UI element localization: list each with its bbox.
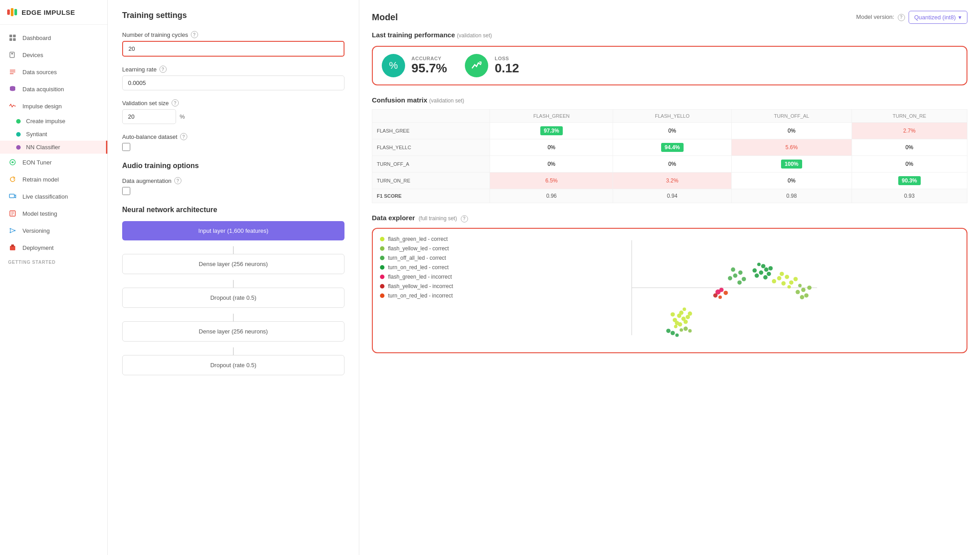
sidebar-subitem-nn-classifier[interactable]: NN Classifier bbox=[0, 141, 107, 154]
svg-line-22 bbox=[11, 231, 15, 233]
confusion-cell-0-0: 97.3% bbox=[490, 123, 613, 139]
legend-item-2: turn_off_all_led - correct bbox=[380, 255, 461, 261]
legend-dot-6 bbox=[380, 293, 384, 298]
legend-dot-1 bbox=[380, 246, 384, 251]
help-icon-learning-rate[interactable]: ? bbox=[159, 66, 167, 73]
svg-point-44 bbox=[752, 268, 757, 273]
confusion-header-empty bbox=[372, 110, 490, 123]
nn-dense1-layer-block: Dense layer (256 neurons) bbox=[122, 254, 344, 274]
confusion-matrix-table: FLASH_GREEN FLASH_YELLO TURN_OFF_AL TURN… bbox=[372, 109, 967, 203]
svg-rect-1 bbox=[13, 35, 16, 37]
confusion-row-label-1: FLASH_YELLC bbox=[372, 139, 490, 156]
nn-dense2-layer[interactable]: Dense layer (256 neurons) bbox=[122, 321, 344, 342]
confusion-row-0: FLASH_GREE 97.3% 0% 0% 2.7% bbox=[372, 123, 967, 139]
sidebar-item-impulse-design[interactable]: Impulse design bbox=[0, 98, 107, 115]
nn-separator-3: | bbox=[122, 312, 344, 321]
eon-icon bbox=[8, 158, 17, 167]
nn-input-layer[interactable]: Input layer (1,600 features) bbox=[122, 221, 344, 240]
nn-dropout1-layer[interactable]: Dropout (rate 0.5) bbox=[122, 288, 344, 308]
confusion-row-2: TURN_OFF_A 0% 0% 100% 0% bbox=[372, 156, 967, 173]
sidebar-item-devices[interactable]: Devices bbox=[0, 46, 107, 63]
confusion-col-turn-off: TURN_OFF_AL bbox=[732, 110, 852, 123]
svg-point-74 bbox=[724, 290, 728, 295]
legend-item-1: flash_yellow_led - correct bbox=[380, 245, 461, 252]
sidebar-subitem-label-nn-classifier: NN Classifier bbox=[26, 144, 60, 151]
sidebar-item-live-classification[interactable]: Live classification bbox=[0, 188, 107, 205]
svg-point-67 bbox=[798, 284, 802, 287]
help-icon-validation-size[interactable]: ? bbox=[172, 99, 179, 107]
sidebar-subitem-create-impulse[interactable]: Create impulse bbox=[0, 115, 107, 128]
confusion-cell-1-2: 5.6% bbox=[732, 139, 852, 156]
svg-point-59 bbox=[742, 277, 746, 281]
live-icon bbox=[8, 192, 17, 201]
checkbox-data-augmentation[interactable] bbox=[122, 187, 130, 195]
svg-point-35 bbox=[688, 311, 692, 316]
help-icon-data-augmentation[interactable]: ? bbox=[174, 177, 181, 184]
help-icon-data-explorer[interactable]: ? bbox=[461, 215, 468, 222]
svg-point-53 bbox=[780, 271, 784, 276]
svg-rect-24 bbox=[11, 244, 14, 247]
logo-bar-red bbox=[7, 9, 10, 15]
sidebar-item-eon-tuner[interactable]: EON Tuner bbox=[0, 154, 107, 171]
svg-point-77 bbox=[675, 333, 679, 337]
input-validation-size[interactable] bbox=[122, 109, 176, 124]
sidebar-item-versioning[interactable]: Versioning bbox=[0, 222, 107, 239]
logo-bar-green bbox=[14, 9, 17, 15]
confusion-row-label-f1: F1 SCORE bbox=[372, 189, 490, 203]
confusion-col-flash-green: FLASH_GREEN bbox=[490, 110, 613, 123]
confusion-cell-2-3: 0% bbox=[852, 156, 967, 173]
sidebar-item-data-sources[interactable]: Data sources bbox=[0, 63, 107, 80]
sidebar-item-retrain-model[interactable]: Retrain model bbox=[0, 171, 107, 188]
sidebar-item-data-acquisition[interactable]: Data acquisition bbox=[0, 80, 107, 98]
help-icon-model-version[interactable]: ? bbox=[898, 14, 905, 21]
input-learning-rate[interactable] bbox=[122, 75, 344, 90]
confusion-row-f1: F1 SCORE 0.96 0.94 0.98 0.93 bbox=[372, 189, 967, 203]
svg-point-49 bbox=[777, 276, 781, 280]
help-icon-auto-balance[interactable]: ? bbox=[180, 133, 187, 140]
checkbox-auto-balance[interactable] bbox=[122, 143, 130, 151]
form-group-learning-rate: Learning rate ? bbox=[122, 66, 344, 90]
confusion-col-turn-on: TURN_ON_RE bbox=[852, 110, 967, 123]
sidebar-item-dashboard[interactable]: Dashboard bbox=[0, 29, 107, 46]
svg-point-73 bbox=[713, 293, 718, 297]
audio-options-title: Audio training options bbox=[122, 162, 344, 170]
svg-point-76 bbox=[671, 331, 675, 335]
svg-point-38 bbox=[674, 324, 678, 328]
label-data-augmentation: Data augmentation ? bbox=[122, 177, 344, 184]
svg-point-62 bbox=[795, 290, 800, 294]
nn-dense2-layer-block: Dense layer (256 neurons) bbox=[122, 321, 344, 342]
svg-point-64 bbox=[804, 293, 809, 297]
svg-point-78 bbox=[666, 329, 671, 333]
impulse-icon bbox=[8, 102, 17, 111]
svg-point-72 bbox=[719, 288, 724, 292]
nn-classifier-dot bbox=[16, 145, 21, 150]
main-content: Training settings Number of training cyc… bbox=[108, 0, 980, 555]
svg-point-34 bbox=[671, 312, 675, 316]
confusion-cell-f1-0: 0.96 bbox=[490, 189, 613, 203]
confusion-cell-1-1: 94.4% bbox=[613, 139, 732, 156]
sidebar-item-model-testing[interactable]: Model testing bbox=[0, 205, 107, 222]
confusion-cell-2-0: 0% bbox=[490, 156, 613, 173]
metric-accuracy: % ACCURACY 95.7% bbox=[382, 54, 447, 77]
nn-dense1-layer[interactable]: Dense layer (256 neurons) bbox=[122, 254, 344, 274]
confusion-row-label-3: TURN_ON_RE bbox=[372, 173, 490, 189]
results-panel: Model Model version: ? Quantized (int8) … bbox=[359, 0, 980, 555]
form-group-data-augmentation: Data augmentation ? bbox=[122, 177, 344, 195]
svg-point-39 bbox=[759, 270, 764, 275]
nn-dropout1-layer-block: Dropout (rate 0.5) bbox=[122, 288, 344, 308]
metric-loss: LOSS 0.12 bbox=[465, 54, 519, 77]
model-version-button[interactable]: Quantized (int8) ▾ bbox=[909, 11, 968, 24]
sidebar-item-label-live-classification: Live classification bbox=[22, 193, 68, 200]
svg-point-36 bbox=[678, 322, 682, 327]
label-validation-size: Validation set size ? bbox=[122, 99, 344, 107]
svg-point-65 bbox=[807, 285, 812, 290]
svg-point-55 bbox=[787, 285, 791, 289]
help-icon-cycles[interactable]: ? bbox=[191, 31, 198, 38]
sidebar-subitem-syntiant[interactable]: Syntiant bbox=[0, 128, 107, 141]
sidebar-item-deployment[interactable]: Deployment bbox=[0, 239, 107, 256]
svg-point-41 bbox=[755, 273, 759, 278]
nn-dropout2-layer[interactable]: Dropout (rate 0.5) bbox=[122, 355, 344, 375]
nn-architecture-title: Neural network architecture bbox=[122, 206, 344, 214]
create-impulse-dot bbox=[16, 119, 21, 124]
input-cycles[interactable] bbox=[122, 41, 344, 57]
